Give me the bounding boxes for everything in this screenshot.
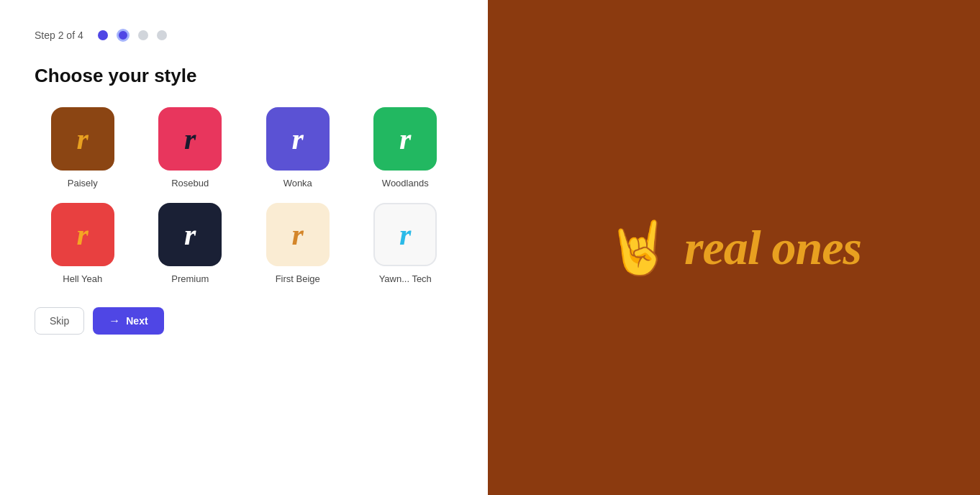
- style-name-wonka: Wonka: [283, 178, 312, 189]
- style-card-paisely[interactable]: r: [51, 107, 114, 171]
- style-name-hell-yeah: Hell Yeah: [63, 273, 102, 284]
- brand-hand-icon: 🤘: [607, 222, 671, 273]
- style-name-yawn-tech: Yawn... Tech: [379, 273, 432, 284]
- left-panel: Step 2 of 4 Choose your style r Paisely …: [0, 0, 488, 495]
- style-name-woodlands: Woodlands: [382, 178, 429, 189]
- style-item-premium[interactable]: r Premium: [142, 203, 239, 284]
- style-name-premium: Premium: [171, 273, 209, 284]
- brand-text: real ones: [684, 219, 861, 276]
- next-label: Next: [126, 315, 148, 327]
- step-dot-3: [138, 30, 148, 40]
- style-name-rosebud: Rosebud: [171, 178, 209, 189]
- style-item-woodlands[interactable]: r Woodlands: [358, 107, 454, 189]
- style-item-first-beige[interactable]: r First Beige: [250, 203, 346, 284]
- style-name-first-beige: First Beige: [276, 273, 320, 284]
- next-button[interactable]: → Next: [93, 307, 163, 335]
- step-dot-1: [98, 30, 108, 40]
- style-card-first-beige[interactable]: r: [266, 203, 330, 266]
- style-item-yawn-tech[interactable]: r Yawn... Tech: [358, 203, 454, 284]
- style-card-wonka[interactable]: r: [266, 107, 330, 171]
- step-dot-2: [117, 29, 130, 42]
- style-grid: r Paisely r Rosebud r Wonka r Woodlands …: [35, 107, 453, 284]
- style-name-paisely: Paisely: [68, 178, 98, 189]
- style-item-wonka[interactable]: r Wonka: [250, 107, 346, 189]
- step-dot-4: [157, 30, 167, 40]
- step-label: Step 2 of 4: [35, 29, 83, 41]
- skip-button[interactable]: Skip: [35, 307, 84, 335]
- style-item-hell-yeah[interactable]: r Hell Yeah: [35, 203, 131, 284]
- style-card-premium[interactable]: r: [158, 203, 222, 266]
- style-item-paisely[interactable]: r Paisely: [35, 107, 131, 189]
- next-arrow-icon: →: [109, 314, 120, 327]
- step-row: Step 2 of 4: [35, 29, 453, 42]
- style-card-woodlands[interactable]: r: [373, 107, 437, 171]
- style-item-rosebud[interactable]: r Rosebud: [142, 107, 239, 189]
- right-panel: 🤘 real ones: [488, 0, 980, 495]
- style-card-yawn-tech[interactable]: r: [373, 203, 437, 266]
- style-card-hell-yeah[interactable]: r: [51, 203, 114, 266]
- page-title: Choose your style: [35, 65, 453, 87]
- action-row: Skip → Next: [35, 307, 453, 335]
- brand-display: 🤘 real ones: [607, 219, 861, 276]
- style-card-rosebud[interactable]: r: [158, 107, 222, 171]
